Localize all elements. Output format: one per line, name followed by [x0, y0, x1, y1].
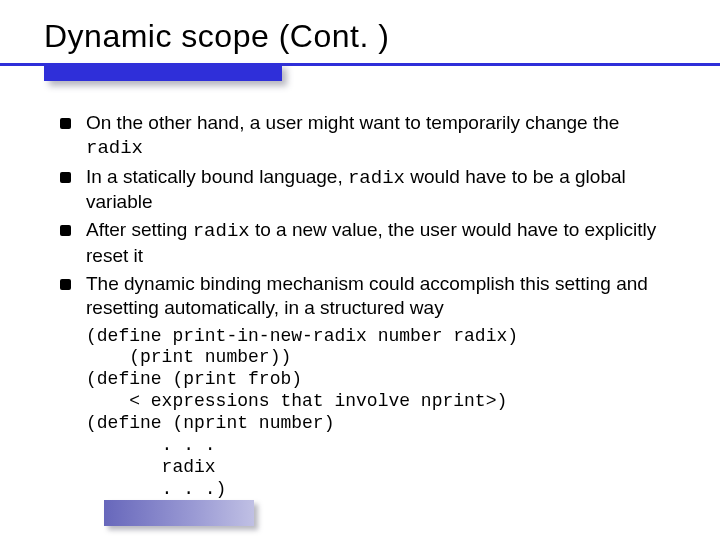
footer-accent-bar: [104, 500, 254, 526]
bullet-item: In a statically bound language, radix wo…: [60, 165, 680, 215]
underline-bar: [44, 63, 282, 81]
bullet-text-pre: After setting: [86, 219, 193, 240]
bullet-text-pre: On the other hand, a user might want to …: [86, 112, 619, 133]
bullet-item: After setting radix to a new value, the …: [60, 218, 680, 268]
bullet-text-pre: In a statically bound language,: [86, 166, 348, 187]
title-underline: [0, 63, 720, 83]
bullet-text-pre: The dynamic binding mechanism could acco…: [86, 273, 648, 318]
slide: Dynamic scope (Cont. ) On the other hand…: [0, 0, 720, 540]
bullet-item: On the other hand, a user might want to …: [60, 111, 680, 161]
bullet-list: On the other hand, a user might want to …: [60, 111, 680, 322]
content-area: On the other hand, a user might want to …: [0, 111, 720, 501]
bullet-item: The dynamic binding mechanism could acco…: [60, 272, 680, 322]
bullet-text-code: radix: [193, 220, 250, 242]
bullet-text-code: radix: [348, 167, 405, 189]
bullet-text-code: radix: [86, 137, 143, 159]
code-block: (define print-in-new-radix number radix)…: [86, 326, 680, 502]
slide-title: Dynamic scope (Cont. ): [0, 0, 720, 63]
